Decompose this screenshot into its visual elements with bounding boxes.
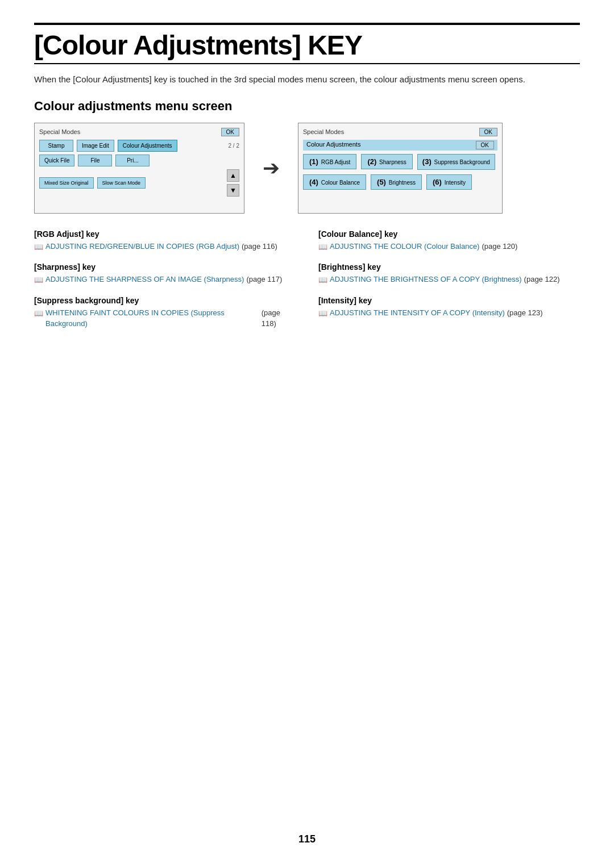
key4-section: [Colour Balance] key 📖 ADJUSTING THE COL… <box>318 229 580 253</box>
key4-link-text[interactable]: ADJUSTING THE COLOUR (Colour Balance) <box>330 241 479 252</box>
key-descriptions: [RGB Adjust] key 📖 ADJUSTING RED/GREEN/B… <box>34 229 580 340</box>
page-title: [Colour Adjustments] KEY <box>34 30 580 61</box>
page-footer: 115 <box>0 833 614 845</box>
key-descriptions-left: [RGB Adjust] key 📖 ADJUSTING RED/GREEN/B… <box>34 229 296 340</box>
key1-page: (page 116) <box>242 241 277 252</box>
key1-title: [RGB Adjust] key <box>34 229 296 239</box>
left-screen: Special Modes OK Stamp Image Edit Colour… <box>34 123 244 214</box>
key4-title: [Colour Balance] key <box>318 229 580 239</box>
key2-link: 📖 ADJUSTING THE SHARPNESS OF AN IMAGE (S… <box>34 274 296 286</box>
key6-page: (page 123) <box>507 307 543 319</box>
scroll-down-btn[interactable]: ▼ <box>227 184 239 197</box>
page-number: 115 <box>298 833 316 845</box>
slow-scan-btn[interactable]: Slow Scan Mode <box>97 177 146 189</box>
brightness-btn[interactable]: (5) Brightness <box>371 174 422 190</box>
key5-section: [Brightness] key 📖 ADJUSTING THE BRIGHTN… <box>318 262 580 286</box>
right-screen-ok[interactable]: OK <box>479 128 497 136</box>
left-screen-ok[interactable]: OK <box>221 128 239 136</box>
key1-link-text[interactable]: ADJUSTING RED/GREEN/BLUE IN COPIES (RGB … <box>45 241 239 252</box>
key5-page: (page 122) <box>524 274 560 285</box>
key5-link: 📖 ADJUSTING THE BRIGHTNESS OF A COPY (Br… <box>318 274 580 286</box>
right-sub-header: Colour Adjustments OK <box>303 140 497 151</box>
key4-link: 📖 ADJUSTING THE COLOUR (Colour Balance) … <box>318 241 580 253</box>
left-screen-row3: Mixed Size Original Slow Scan Mode ▲ ▼ <box>39 169 239 197</box>
book-icon-4: 📖 <box>318 241 327 253</box>
file-btn[interactable]: File <box>78 155 112 166</box>
right-screen-header: Special Modes OK <box>303 128 497 136</box>
arrow-icon: ➔ <box>258 156 284 180</box>
book-icon-2: 📖 <box>34 274 43 286</box>
key6-link: 📖 ADJUSTING THE INTENSITY OF A COPY (Int… <box>318 307 580 319</box>
key2-title: [Sharpness] key <box>34 262 296 272</box>
key5-title: [Brightness] key <box>318 262 580 272</box>
intensity-btn[interactable]: (6) Intensity <box>426 174 472 190</box>
image-edit-btn[interactable]: Image Edit <box>77 140 114 152</box>
adj-row1: (1) RGB Adjust (2) Sharpness (3) Suppres… <box>303 154 497 170</box>
key2-section: [Sharpness] key 📖 ADJUSTING THE SHARPNES… <box>34 262 296 286</box>
key3-page: (page 118) <box>262 307 296 329</box>
key3-link: 📖 WHITENING FAINT COLOURS IN COPIES (Sup… <box>34 307 296 329</box>
screens-row: Special Modes OK Stamp Image Edit Colour… <box>34 123 580 214</box>
stamp-btn[interactable]: Stamp <box>39 140 73 152</box>
page-indicator: 2 / 2 <box>229 143 239 149</box>
key2-link-text[interactable]: ADJUSTING THE SHARPNESS OF AN IMAGE (Sha… <box>45 274 244 285</box>
left-screen-row2: Quick File File Pri... <box>39 155 239 166</box>
right-screen-title: Special Modes <box>303 128 344 135</box>
suppress-bg-btn[interactable]: (3) Suppress Background <box>417 154 495 170</box>
key3-title: [Suppress background] key <box>34 296 296 305</box>
right-screen: Special Modes OK Colour Adjustments OK (… <box>298 123 503 214</box>
book-icon-3: 📖 <box>34 308 43 319</box>
key3-link-text[interactable]: WHITENING FAINT COLOURS IN COPIES (Suppr… <box>45 307 259 329</box>
pri-btn[interactable]: Pri... <box>115 155 150 166</box>
adj-row2: (4) Colour Balance (5) Brightness (6) In… <box>303 174 497 190</box>
section-title: Colour adjustments menu screen <box>34 99 580 114</box>
key5-link-text[interactable]: ADJUSTING THE BRIGHTNESS OF A COPY (Brig… <box>330 274 522 285</box>
key6-link-text[interactable]: ADJUSTING THE INTENSITY OF A COPY (Inten… <box>330 307 505 319</box>
key1-section: [RGB Adjust] key 📖 ADJUSTING RED/GREEN/B… <box>34 229 296 253</box>
scroll-up-btn[interactable]: ▲ <box>227 169 239 182</box>
key-descriptions-right: [Colour Balance] key 📖 ADJUSTING THE COL… <box>318 229 580 340</box>
quick-file-btn[interactable]: Quick File <box>39 155 74 166</box>
key4-page: (page 120) <box>482 241 517 252</box>
intro-paragraph: When the [Colour Adjustments] key is tou… <box>34 73 580 86</box>
left-screen-row1: Stamp Image Edit Colour Adjustments 2 / … <box>39 140 239 152</box>
left-screen-header: Special Modes OK <box>39 128 239 136</box>
key6-section: [Intensity] key 📖 ADJUSTING THE INTENSIT… <box>318 296 580 319</box>
mixed-size-btn[interactable]: Mixed Size Original <box>39 177 94 189</box>
page-header: [Colour Adjustments] KEY <box>34 23 580 64</box>
key2-page: (page 117) <box>246 274 282 285</box>
colour-balance-btn[interactable]: (4) Colour Balance <box>303 174 366 190</box>
key1-link: 📖 ADJUSTING RED/GREEN/BLUE IN COPIES (RG… <box>34 241 296 253</box>
key6-title: [Intensity] key <box>318 296 580 305</box>
key3-section: [Suppress background] key 📖 WHITENING FA… <box>34 296 296 329</box>
sharpness-btn[interactable]: (2) Sharpness <box>361 154 412 169</box>
right-sub-title: Colour Adjustments <box>306 141 360 149</box>
book-icon-1: 📖 <box>34 241 43 253</box>
right-sub-ok[interactable]: OK <box>476 141 494 149</box>
left-screen-title: Special Modes <box>39 128 80 135</box>
book-icon-6: 📖 <box>318 308 327 319</box>
book-icon-5: 📖 <box>318 274 327 286</box>
colour-adjustments-btn[interactable]: Colour Adjustments <box>118 140 177 152</box>
rgb-adjust-btn[interactable]: (1) RGB Adjust <box>303 154 356 169</box>
